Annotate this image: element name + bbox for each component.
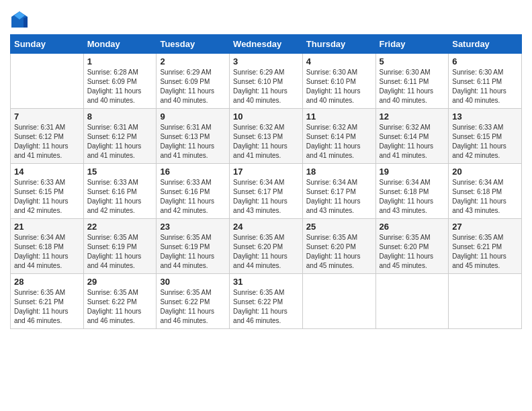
day-info: Sunrise: 6:32 AM Sunset: 6:14 PM Dayligh… xyxy=(306,123,372,161)
day-info: Sunrise: 6:31 AM Sunset: 6:12 PM Dayligh… xyxy=(87,123,153,161)
calendar-cell: 15Sunrise: 6:33 AM Sunset: 6:16 PM Dayli… xyxy=(83,164,157,219)
calendar-cell: 6Sunrise: 6:30 AM Sunset: 6:11 PM Daylig… xyxy=(449,54,522,109)
day-info: Sunrise: 6:28 AM Sunset: 6:09 PM Dayligh… xyxy=(87,68,153,105)
calendar-cell xyxy=(302,274,375,329)
page: SundayMondayTuesdayWednesdayThursdayFrid… xyxy=(0,0,532,339)
weekday-header-wednesday: Wednesday xyxy=(230,35,303,54)
day-info: Sunrise: 6:32 AM Sunset: 6:13 PM Dayligh… xyxy=(233,123,299,161)
day-number: 2 xyxy=(160,56,226,66)
day-info: Sunrise: 6:33 AM Sunset: 6:16 PM Dayligh… xyxy=(87,178,153,216)
day-number: 25 xyxy=(306,222,372,232)
day-number: 14 xyxy=(14,167,80,177)
day-info: Sunrise: 6:35 AM Sunset: 6:20 PM Dayligh… xyxy=(380,233,445,271)
day-number: 5 xyxy=(380,56,445,66)
day-number: 26 xyxy=(380,222,445,232)
day-number: 20 xyxy=(452,167,518,177)
calendar-cell: 8Sunrise: 6:31 AM Sunset: 6:12 PM Daylig… xyxy=(83,109,157,164)
day-number: 10 xyxy=(233,111,299,122)
day-info: Sunrise: 6:34 AM Sunset: 6:18 PM Dayligh… xyxy=(14,233,80,271)
calendar-cell xyxy=(375,274,449,329)
calendar-cell: 1Sunrise: 6:28 AM Sunset: 6:09 PM Daylig… xyxy=(83,54,157,109)
day-number: 31 xyxy=(233,277,299,287)
day-number: 15 xyxy=(87,167,153,177)
day-number: 9 xyxy=(160,111,226,122)
calendar-cell: 26Sunrise: 6:35 AM Sunset: 6:20 PM Dayli… xyxy=(375,219,449,274)
day-info: Sunrise: 6:35 AM Sunset: 6:20 PM Dayligh… xyxy=(233,233,299,271)
calendar-cell: 20Sunrise: 6:34 AM Sunset: 6:18 PM Dayli… xyxy=(449,164,522,219)
day-number: 6 xyxy=(452,56,518,66)
day-number: 18 xyxy=(306,167,372,177)
calendar-week-row-5: 28Sunrise: 6:35 AM Sunset: 6:21 PM Dayli… xyxy=(11,274,522,329)
day-number: 27 xyxy=(452,222,518,232)
calendar-cell: 24Sunrise: 6:35 AM Sunset: 6:20 PM Dayli… xyxy=(230,219,303,274)
calendar-cell: 4Sunrise: 6:30 AM Sunset: 6:10 PM Daylig… xyxy=(302,54,375,109)
day-info: Sunrise: 6:34 AM Sunset: 6:17 PM Dayligh… xyxy=(306,178,372,216)
day-number: 19 xyxy=(380,167,445,177)
calendar-cell: 17Sunrise: 6:34 AM Sunset: 6:17 PM Dayli… xyxy=(230,164,303,219)
weekday-header-row: SundayMondayTuesdayWednesdayThursdayFrid… xyxy=(11,35,522,54)
day-number: 12 xyxy=(380,111,445,122)
day-info: Sunrise: 6:35 AM Sunset: 6:19 PM Dayligh… xyxy=(160,233,226,271)
day-info: Sunrise: 6:35 AM Sunset: 6:20 PM Dayligh… xyxy=(306,233,372,271)
day-number: 7 xyxy=(14,111,80,122)
day-info: Sunrise: 6:29 AM Sunset: 6:09 PM Dayligh… xyxy=(160,68,226,105)
calendar-cell: 7Sunrise: 6:31 AM Sunset: 6:12 PM Daylig… xyxy=(11,109,84,164)
day-info: Sunrise: 6:34 AM Sunset: 6:18 PM Dayligh… xyxy=(452,178,518,216)
day-info: Sunrise: 6:35 AM Sunset: 6:19 PM Dayligh… xyxy=(87,233,153,271)
day-info: Sunrise: 6:34 AM Sunset: 6:17 PM Dayligh… xyxy=(233,178,299,216)
day-info: Sunrise: 6:35 AM Sunset: 6:22 PM Dayligh… xyxy=(160,288,226,326)
calendar-week-row-3: 14Sunrise: 6:33 AM Sunset: 6:15 PM Dayli… xyxy=(11,164,522,219)
calendar-week-row-4: 21Sunrise: 6:34 AM Sunset: 6:18 PM Dayli… xyxy=(11,219,522,274)
calendar-cell: 27Sunrise: 6:35 AM Sunset: 6:21 PM Dayli… xyxy=(449,219,522,274)
day-info: Sunrise: 6:33 AM Sunset: 6:16 PM Dayligh… xyxy=(160,178,226,216)
calendar-cell: 9Sunrise: 6:31 AM Sunset: 6:13 PM Daylig… xyxy=(157,109,230,164)
calendar-cell: 28Sunrise: 6:35 AM Sunset: 6:21 PM Dayli… xyxy=(11,274,84,329)
day-number: 30 xyxy=(160,277,226,287)
day-number: 29 xyxy=(87,277,153,287)
weekday-header-thursday: Thursday xyxy=(302,35,375,54)
calendar-cell: 25Sunrise: 6:35 AM Sunset: 6:20 PM Dayli… xyxy=(302,219,375,274)
day-info: Sunrise: 6:33 AM Sunset: 6:15 PM Dayligh… xyxy=(452,123,518,161)
day-number: 23 xyxy=(160,222,226,232)
calendar-table: SundayMondayTuesdayWednesdayThursdayFrid… xyxy=(10,34,522,329)
calendar-cell: 19Sunrise: 6:34 AM Sunset: 6:18 PM Dayli… xyxy=(375,164,449,219)
calendar-cell: 2Sunrise: 6:29 AM Sunset: 6:09 PM Daylig… xyxy=(157,54,230,109)
day-number: 8 xyxy=(87,111,153,122)
day-number: 4 xyxy=(306,56,372,66)
day-info: Sunrise: 6:35 AM Sunset: 6:21 PM Dayligh… xyxy=(14,288,80,326)
calendar-cell: 22Sunrise: 6:35 AM Sunset: 6:19 PM Dayli… xyxy=(83,219,157,274)
day-number: 3 xyxy=(233,56,299,66)
calendar-week-row-1: 1Sunrise: 6:28 AM Sunset: 6:09 PM Daylig… xyxy=(11,54,522,109)
day-info: Sunrise: 6:30 AM Sunset: 6:11 PM Dayligh… xyxy=(452,68,518,105)
day-number: 13 xyxy=(452,111,518,122)
weekday-header-friday: Friday xyxy=(375,35,449,54)
svg-marker-2 xyxy=(24,17,28,28)
calendar-cell: 30Sunrise: 6:35 AM Sunset: 6:22 PM Dayli… xyxy=(157,274,230,329)
day-number: 1 xyxy=(87,56,153,66)
day-info: Sunrise: 6:32 AM Sunset: 6:14 PM Dayligh… xyxy=(380,123,445,161)
day-number: 24 xyxy=(233,222,299,232)
weekday-header-saturday: Saturday xyxy=(449,35,522,54)
calendar-cell: 10Sunrise: 6:32 AM Sunset: 6:13 PM Dayli… xyxy=(230,109,303,164)
day-number: 16 xyxy=(160,167,226,177)
weekday-header-monday: Monday xyxy=(83,35,157,54)
day-info: Sunrise: 6:31 AM Sunset: 6:12 PM Dayligh… xyxy=(14,123,80,161)
day-info: Sunrise: 6:31 AM Sunset: 6:13 PM Dayligh… xyxy=(160,123,226,161)
calendar-cell: 29Sunrise: 6:35 AM Sunset: 6:22 PM Dayli… xyxy=(83,274,157,329)
calendar-cell: 5Sunrise: 6:30 AM Sunset: 6:11 PM Daylig… xyxy=(375,54,449,109)
day-number: 17 xyxy=(233,167,299,177)
calendar-cell: 14Sunrise: 6:33 AM Sunset: 6:15 PM Dayli… xyxy=(11,164,84,219)
calendar-cell: 13Sunrise: 6:33 AM Sunset: 6:15 PM Dayli… xyxy=(449,109,522,164)
day-info: Sunrise: 6:30 AM Sunset: 6:11 PM Dayligh… xyxy=(380,68,445,105)
day-info: Sunrise: 6:35 AM Sunset: 6:22 PM Dayligh… xyxy=(87,288,153,326)
calendar-cell xyxy=(449,274,522,329)
calendar-cell: 31Sunrise: 6:35 AM Sunset: 6:22 PM Dayli… xyxy=(230,274,303,329)
calendar-week-row-2: 7Sunrise: 6:31 AM Sunset: 6:12 PM Daylig… xyxy=(11,109,522,164)
calendar-cell: 18Sunrise: 6:34 AM Sunset: 6:17 PM Dayli… xyxy=(302,164,375,219)
calendar-cell: 11Sunrise: 6:32 AM Sunset: 6:14 PM Dayli… xyxy=(302,109,375,164)
day-info: Sunrise: 6:33 AM Sunset: 6:15 PM Dayligh… xyxy=(14,178,80,216)
day-info: Sunrise: 6:34 AM Sunset: 6:18 PM Dayligh… xyxy=(380,178,445,216)
calendar-cell: 3Sunrise: 6:29 AM Sunset: 6:10 PM Daylig… xyxy=(230,54,303,109)
logo-icon xyxy=(10,10,29,29)
calendar-cell: 12Sunrise: 6:32 AM Sunset: 6:14 PM Dayli… xyxy=(375,109,449,164)
